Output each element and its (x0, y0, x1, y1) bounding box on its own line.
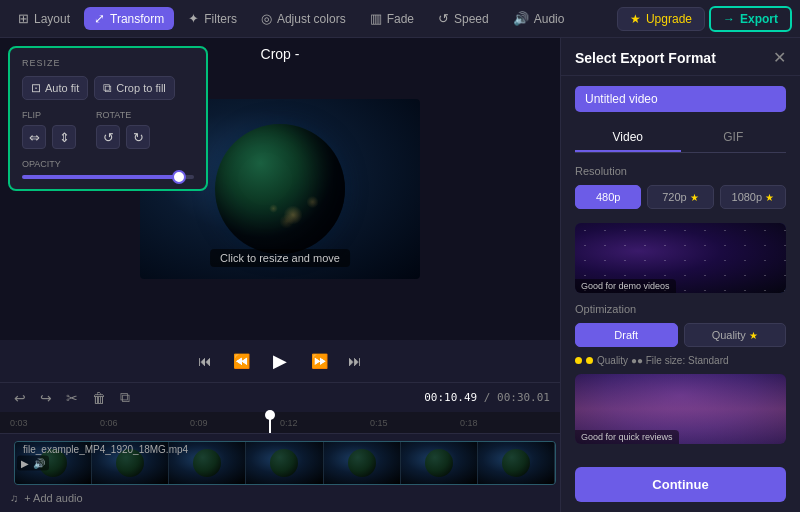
resize-label: RESIZE (22, 58, 194, 68)
flip-icons: ⇔ ⇕ (22, 125, 76, 149)
continue-button[interactable]: Continue (575, 467, 786, 502)
prev-frame-button[interactable]: ⏪ (229, 349, 253, 373)
res-480-button[interactable]: 480p (575, 185, 641, 209)
undo-button[interactable]: ↩ (10, 388, 30, 408)
layout-tab[interactable]: ⊞ Layout (8, 7, 80, 30)
timeline-toolbar: ↩ ↪ ✂ 🗑 ⧉ 00:10.49 / 00:30.01 (0, 382, 560, 412)
rotate-group: ROTATE ↺ ↻ (96, 110, 150, 149)
res-1080-star: ★ (765, 192, 774, 203)
audio-icon: 🔊 (513, 11, 529, 26)
flip-vertical-button[interactable]: ⇕ (52, 125, 76, 149)
copy-button[interactable]: ⧉ (116, 387, 134, 408)
quality-opt-button[interactable]: Quality ★ (684, 323, 787, 347)
resolution-options: 480p 720p ★ 1080p ★ (575, 185, 786, 209)
export-panel-body: Video GIF Resolution 480p 720p ★ 1080p ★ (561, 76, 800, 467)
res-720-star: ★ (690, 192, 699, 203)
click-to-resize-label: Click to resize and move (210, 249, 350, 267)
playhead[interactable] (269, 412, 271, 433)
opacity-slider[interactable] (22, 175, 194, 179)
crop-to-fill-button[interactable]: ⧉ Crop to fill (94, 76, 175, 100)
layout-icon: ⊞ (18, 11, 29, 26)
video-title-input[interactable] (575, 86, 786, 112)
opacity-thumb[interactable] (172, 170, 186, 184)
optimization-title: Optimization (575, 303, 786, 315)
thumbnail-7 (478, 442, 555, 484)
flip-horizontal-button[interactable]: ⇔ (22, 125, 46, 149)
flip-group: FLIP ⇔ ⇕ (22, 110, 76, 149)
rotate-left-button[interactable]: ↺ (96, 125, 120, 149)
adjust-colors-tab[interactable]: ◎ Adjust colors (251, 7, 356, 30)
export-panel-title: Select Export Format (575, 50, 716, 66)
fade-tab[interactable]: ▥ Fade (360, 7, 424, 30)
preview-thumbnail-2: Good for quick reviews (575, 374, 786, 444)
delete-button[interactable]: 🗑 (88, 388, 110, 408)
ruler-mark-4: 0:15 (370, 418, 460, 428)
upgrade-button[interactable]: ★ Upgrade (617, 7, 705, 31)
quality-info: Quality ●● File size: Standard (575, 355, 786, 366)
speed-tab[interactable]: ↺ Speed (428, 7, 499, 30)
track-filename: file_example_MP4_1920_18MG.mp4 (23, 444, 188, 455)
transform-tab[interactable]: ⤢ Transform (84, 7, 174, 30)
opacity-section: OPACITY (22, 159, 194, 179)
ruler-mark-3: 0:12 (280, 418, 370, 428)
format-tabs: Video GIF (575, 124, 786, 153)
rotate-icons: ↺ ↻ (96, 125, 150, 149)
video-format-tab[interactable]: Video (575, 124, 681, 152)
thumbnail-6 (401, 442, 478, 484)
thumbnail-4 (246, 442, 323, 484)
rotate-right-button[interactable]: ↻ (126, 125, 150, 149)
export-panel-header: Select Export Format ✕ (561, 38, 800, 76)
timeline-ruler: 0:03 0:06 0:09 0:12 0:15 0:18 (0, 412, 560, 434)
filters-icon: ✦ (188, 11, 199, 26)
track-play-icon: ▶ (21, 458, 29, 469)
flip-label: FLIP (22, 110, 76, 120)
star-icon: ★ (630, 12, 641, 26)
adjust-icon: ◎ (261, 11, 272, 26)
thumb-earth-5 (348, 449, 376, 477)
fade-icon: ▥ (370, 11, 382, 26)
res-720-button[interactable]: 720p ★ (647, 185, 713, 209)
cut-button[interactable]: ✂ (62, 388, 82, 408)
preview-label-1: Good for demo videos (575, 279, 676, 293)
rotate-label: ROTATE (96, 110, 150, 120)
quality-star: ★ (749, 330, 758, 341)
speed-icon: ↺ (438, 11, 449, 26)
current-time: 00:10.49 (424, 391, 477, 404)
auto-fit-icon: ⊡ (31, 81, 41, 95)
ruler-marks: 0:03 0:06 0:09 0:12 0:15 0:18 (10, 418, 550, 428)
gif-format-tab[interactable]: GIF (681, 124, 787, 152)
thumb-earth-7 (502, 449, 530, 477)
export-panel: Select Export Format ✕ Video GIF Resolut… (560, 38, 800, 512)
earth-lights (215, 124, 345, 254)
thumb-earth-4 (270, 449, 298, 477)
optimization-tabs: Draft Quality ★ (575, 323, 786, 347)
transform-icon: ⤢ (94, 11, 105, 26)
skip-to-end-button[interactable]: ⏭ (343, 349, 367, 373)
total-time: / 00:30.01 (484, 391, 550, 404)
res-1080-button[interactable]: 1080p ★ (720, 185, 786, 209)
transform-panel: RESIZE ⊡ Auto fit ⧉ Crop to fill FLIP ⇔ … (8, 46, 208, 191)
optimization-section: Optimization Draft Quality ★ Quality ●● … (575, 303, 786, 444)
thumbnail-5 (324, 442, 401, 484)
thumb-earth-6 (425, 449, 453, 477)
left-panel: RESIZE ⊡ Auto fit ⧉ Crop to fill FLIP ⇔ … (0, 38, 560, 512)
play-button[interactable]: ▶ (265, 346, 295, 376)
add-audio-button[interactable]: ♫ + Add audio (0, 488, 560, 508)
export-button[interactable]: → Export (709, 6, 792, 32)
redo-button[interactable]: ↪ (36, 388, 56, 408)
earth-visual (215, 124, 345, 254)
filters-tab[interactable]: ✦ Filters (178, 7, 247, 30)
next-frame-button[interactable]: ⏩ (307, 349, 331, 373)
ruler-mark-0: 0:03 (10, 418, 100, 428)
close-export-button[interactable]: ✕ (773, 48, 786, 67)
audio-tab[interactable]: 🔊 Audio (503, 7, 575, 30)
time-display: 00:10.49 / 00:30.01 (424, 391, 550, 404)
resize-buttons: ⊡ Auto fit ⧉ Crop to fill (22, 76, 194, 100)
track-audio-icon: 🔊 (33, 458, 45, 469)
video-track[interactable]: file_example_MP4_1920_18MG.mp4 (14, 441, 556, 485)
skip-to-start-button[interactable]: ⏮ (193, 349, 217, 373)
draft-opt-button[interactable]: Draft (575, 323, 678, 347)
opacity-label: OPACITY (22, 159, 194, 169)
video-track-row: file_example_MP4_1920_18MG.mp4 (0, 438, 560, 488)
auto-fit-button[interactable]: ⊡ Auto fit (22, 76, 88, 100)
